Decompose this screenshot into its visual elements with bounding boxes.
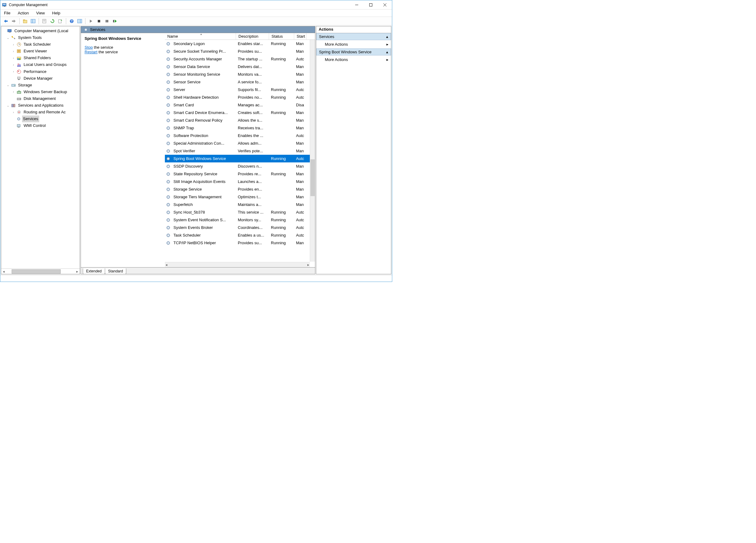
service-row[interactable]: Software ProtectionEnables the ...Autc: [165, 132, 315, 139]
actions-pane: Actions Services▴ More Actions▸ Spring B…: [316, 26, 391, 274]
restart-service-link[interactable]: Restart: [85, 50, 97, 54]
tree-node-shared-folders[interactable]: ›Shared Folders: [2, 55, 80, 61]
console-tree[interactable]: Computer Management (Local ⌄System Tools…: [1, 26, 80, 268]
chevron-right-icon: ▸: [386, 57, 389, 62]
column-status[interactable]: Status: [269, 33, 294, 40]
service-row[interactable]: State Repository ServiceProvides re...Ru…: [165, 170, 315, 178]
column-startup[interactable]: Start: [294, 33, 306, 40]
tree-node-local-users[interactable]: ›Local Users and Groups: [2, 61, 80, 68]
show-hide-tree-button[interactable]: [29, 18, 37, 25]
shared-folder-icon: [17, 56, 21, 60]
service-row[interactable]: Sensor ServiceA service fo...Man: [165, 78, 315, 86]
tree-node-root[interactable]: Computer Management (Local: [2, 28, 80, 34]
service-row[interactable]: Storage Tiers ManagementOptimizes t...Ma…: [165, 193, 315, 201]
pause-service-button[interactable]: [103, 18, 111, 25]
maximize-button[interactable]: [364, 0, 378, 9]
service-row[interactable]: Shell Hardware DetectionProvides no...Ru…: [165, 93, 315, 101]
tree-node-wsb[interactable]: ›Windows Server Backup: [2, 89, 80, 95]
service-rows[interactable]: Secondary LogonEnables star...RunningMan…: [165, 40, 315, 267]
svg-point-95: [168, 181, 169, 182]
service-row[interactable]: Spot VerifierVerifies pote...Man: [165, 147, 315, 155]
scrollbar-thumb[interactable]: [12, 269, 61, 274]
service-name: Software Protection: [172, 133, 236, 138]
actions-more-selected[interactable]: More Actions▸: [316, 55, 391, 64]
services-vscrollbar[interactable]: [310, 40, 315, 262]
tree-node-task-scheduler[interactable]: ›Task Scheduler: [2, 41, 80, 48]
scroll-left-icon[interactable]: ◂: [1, 269, 6, 274]
tab-standard[interactable]: Standard: [105, 268, 127, 274]
actions-more-services[interactable]: More Actions▸: [316, 40, 391, 48]
titlebar[interactable]: Computer Management: [0, 0, 392, 9]
gear-icon: [165, 210, 172, 215]
service-row[interactable]: Sensor Monitoring ServiceMonitors va...M…: [165, 70, 315, 78]
refresh-button[interactable]: [49, 18, 56, 25]
service-row[interactable]: Spring Boot Windows ServiceRunningAutc: [165, 155, 315, 162]
collapse-icon: ▴: [386, 50, 388, 54]
service-row[interactable]: System Events BrokerCoordinates...Runnin…: [165, 224, 315, 231]
tree-node-system-tools[interactable]: ⌄System Tools: [2, 34, 80, 41]
service-row[interactable]: System Event Notification S...Monitors s…: [165, 216, 315, 224]
column-name[interactable]: Name▴: [165, 33, 236, 40]
column-description[interactable]: Description: [236, 33, 269, 40]
service-row[interactable]: Storage ServiceProvides en...Man: [165, 185, 315, 193]
back-button[interactable]: [2, 18, 9, 25]
services-hscrollbar[interactable]: ◂▸: [165, 262, 310, 267]
tree-node-device-manager[interactable]: Device Manager: [2, 75, 80, 82]
start-service-button[interactable]: [87, 18, 95, 25]
forward-button[interactable]: [10, 18, 17, 25]
actions-section-selected[interactable]: Spring Boot Windows Service▴: [316, 48, 391, 55]
tree-node-services[interactable]: Services: [2, 116, 80, 122]
scrollbar-thumb[interactable]: [310, 159, 315, 196]
stop-service-link[interactable]: Stop: [85, 45, 93, 50]
minimize-button[interactable]: [350, 0, 364, 9]
close-button[interactable]: [378, 0, 392, 9]
scroll-right-icon[interactable]: ▸: [307, 263, 309, 267]
service-row[interactable]: ServerSupports fil...RunningAutc: [165, 86, 315, 93]
tree-node-performance[interactable]: ›Performance: [2, 68, 80, 75]
service-row[interactable]: Security Accounts ManagerThe startup ...…: [165, 55, 315, 63]
service-row[interactable]: TCP/IP NetBIOS HelperProvides su...Runni…: [165, 239, 315, 247]
collapse-icon: ▴: [386, 34, 388, 39]
export-button[interactable]: [57, 18, 64, 25]
tree-node-services-apps[interactable]: ⌄Services and Applications: [2, 102, 80, 109]
svg-point-51: [18, 112, 20, 113]
service-row[interactable]: Sync Host_5b378This service ...RunningAu…: [165, 208, 315, 216]
gear-icon: [165, 88, 172, 92]
service-row[interactable]: Sensor Data ServiceDelivers dat...Man: [165, 63, 315, 70]
scroll-right-icon[interactable]: ▸: [75, 269, 80, 274]
service-name: State Repository Service: [172, 172, 236, 176]
tree-node-event-viewer[interactable]: ›Event Viewer: [2, 48, 80, 55]
tree-hscrollbar[interactable]: ◂ ▸: [1, 268, 80, 274]
service-row[interactable]: Still Image Acquisition EventsLaunches a…: [165, 178, 315, 185]
service-row[interactable]: SSDP DiscoveryDiscovers n...Man: [165, 162, 315, 170]
stop-service-button[interactable]: [95, 18, 103, 25]
tree-node-wmi[interactable]: WMI Control: [2, 122, 80, 129]
menu-action[interactable]: Action: [17, 10, 30, 16]
service-row[interactable]: SNMP TrapReceives tra...Man: [165, 124, 315, 132]
tree-node-storage[interactable]: ⌄Storage: [2, 82, 80, 89]
service-row[interactable]: Smart CardManages ac...Disa: [165, 101, 315, 109]
show-hide-action-button[interactable]: [76, 18, 83, 25]
tree-node-disk-mgmt[interactable]: Disk Management: [2, 95, 80, 102]
tree-node-rras[interactable]: ›Routing and Remote Ac: [2, 109, 80, 116]
tab-extended[interactable]: Extended: [83, 268, 105, 274]
actions-section-services[interactable]: Services▴: [316, 33, 391, 40]
help-button[interactable]: ?: [68, 18, 75, 25]
service-row[interactable]: Secondary LogonEnables star...RunningMan: [165, 40, 315, 47]
menu-view[interactable]: View: [35, 10, 46, 16]
properties-button[interactable]: [41, 18, 48, 25]
menu-help[interactable]: Help: [51, 10, 62, 16]
service-row[interactable]: Smart Card Removal PolicyAllows the s...…: [165, 116, 315, 124]
service-row[interactable]: Special Administration Con...Allows adm.…: [165, 139, 315, 147]
service-row[interactable]: Task SchedulerEnables a us...RunningAutc: [165, 231, 315, 239]
service-row[interactable]: SuperfetchMaintains a...Man: [165, 201, 315, 208]
scroll-left-icon[interactable]: ◂: [165, 263, 167, 267]
restart-service-button[interactable]: [111, 18, 119, 25]
up-button[interactable]: [21, 18, 29, 25]
restart-service-link-row: Restart the service: [85, 50, 161, 54]
service-startup: Man: [294, 202, 306, 207]
service-row[interactable]: Smart Card Device Enumera...Creates soft…: [165, 109, 315, 116]
menu-file[interactable]: File: [3, 10, 12, 16]
service-row[interactable]: Secure Socket Tunneling Pr...Provides su…: [165, 47, 315, 55]
svg-point-57: [85, 29, 86, 30]
